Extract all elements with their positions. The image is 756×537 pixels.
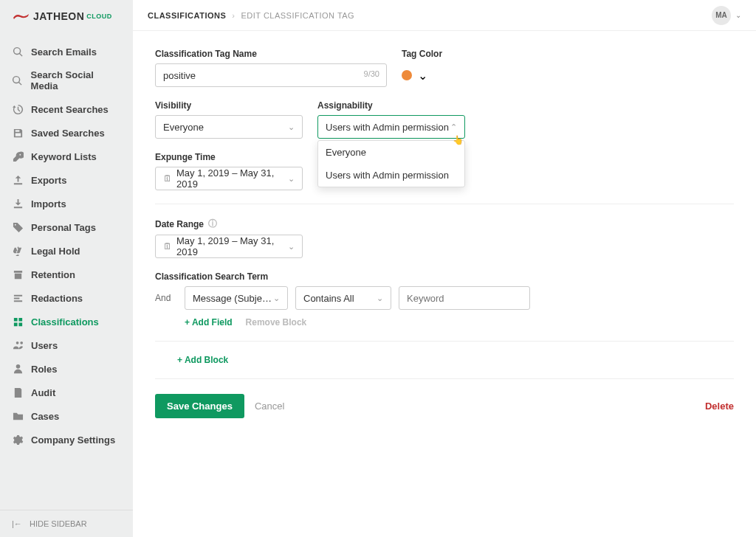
sidebar-item-imports[interactable]: Imports xyxy=(0,192,133,215)
breadcrumb-leaf: EDIT CLASSIFICATION TAG xyxy=(241,11,354,20)
sidebar-item-roles[interactable]: Roles xyxy=(0,357,133,381)
sidebar-item-label: Roles xyxy=(31,364,57,375)
chevron-down-icon: ⌄ xyxy=(288,122,295,132)
divider xyxy=(155,341,734,342)
save-icon xyxy=(12,127,24,139)
nav: Search Emails Search Social Media Recent… xyxy=(0,30,133,510)
visibility-select[interactable]: Everyone ⌄ xyxy=(155,115,303,139)
expunge-label: Expunge Time xyxy=(155,152,303,162)
scale-icon xyxy=(12,245,24,257)
sidebar-item-search-social[interactable]: Search Social Media xyxy=(0,63,133,97)
sidebar-item-label: Classifications xyxy=(31,316,99,328)
sidebar-item-label: Search Emails xyxy=(31,46,97,58)
chevron-down-icon: ⌄ xyxy=(288,174,295,184)
tag-icon xyxy=(12,221,24,233)
chevron-down-icon: ⌄ xyxy=(377,294,383,303)
sidebar-item-redactions[interactable]: Redactions xyxy=(0,286,133,310)
form-actions: Save Changes Cancel Delete xyxy=(155,394,734,418)
condition-select[interactable]: Contains All ⌄ xyxy=(295,286,391,310)
add-field-button[interactable]: + Add Field xyxy=(185,317,233,328)
sidebar-item-keywords[interactable]: Keyword Lists xyxy=(0,145,133,168)
brand-name: JATHEON xyxy=(33,10,84,22)
sidebar-item-label: Users xyxy=(31,340,58,351)
assignability-label: Assignability xyxy=(317,100,465,111)
dropdown-option-admin[interactable]: Users with Admin permission xyxy=(318,164,464,187)
chevron-down-icon: ⌄ xyxy=(735,11,741,19)
redaction-icon xyxy=(12,292,24,304)
keyword-input[interactable] xyxy=(399,286,530,310)
key-icon xyxy=(12,150,24,162)
sidebar-item-label: Saved Searches xyxy=(31,128,105,139)
field-value: Message (Subject, Bod... xyxy=(193,293,273,304)
assignability-dropdown: Everyone Users with Admin permission xyxy=(317,140,465,187)
visibility-value: Everyone xyxy=(163,122,204,133)
sidebar-item-retention[interactable]: Retention xyxy=(0,263,133,286)
sidebar-item-search-emails[interactable]: Search Emails xyxy=(0,40,133,63)
tag-name-input[interactable] xyxy=(155,63,387,87)
sidebar-item-tags[interactable]: Personal Tags xyxy=(0,215,133,239)
breadcrumb: CLASSIFICATIONS › EDIT CLASSIFICATION TA… xyxy=(148,11,354,20)
calendar-icon: 🗓 xyxy=(163,173,172,184)
dropdown-option-everyone[interactable]: Everyone xyxy=(318,141,464,164)
tag-name-label: Classification Tag Name xyxy=(155,49,387,59)
chevron-up-icon: ⌃ xyxy=(450,122,457,132)
sidebar-item-saved[interactable]: Saved Searches xyxy=(0,121,133,145)
folder-icon xyxy=(12,410,24,422)
assignability-select[interactable]: Users with Admin permission ⌃ xyxy=(317,115,465,139)
sidebar-item-legal[interactable]: Legal Hold xyxy=(0,239,133,263)
sidebar-item-audit[interactable]: Audit xyxy=(0,381,133,404)
daterange-select[interactable]: 🗓May 1, 2019 – May 31, 2019 ⌄ xyxy=(155,235,303,258)
remove-block-button: Remove Block xyxy=(246,317,307,328)
visibility-label: Visibility xyxy=(155,100,303,111)
audit-icon xyxy=(12,387,24,398)
sidebar-item-classifications[interactable]: Classifications xyxy=(0,310,133,333)
searchterm-label: Classification Search Term xyxy=(155,271,734,282)
brand-suffix: CLOUD xyxy=(86,13,112,20)
import-icon xyxy=(12,198,24,209)
sidebar-item-settings[interactable]: Company Settings xyxy=(0,428,133,451)
sidebar-item-label: Audit xyxy=(31,387,55,398)
sidebar-item-recent[interactable]: Recent Searches xyxy=(0,97,133,121)
collapse-icon: |← xyxy=(12,519,22,528)
condition-value: Contains All xyxy=(303,293,354,304)
color-swatch xyxy=(402,70,412,80)
logo: JATHEON CLOUD xyxy=(0,0,133,30)
sidebar-item-label: Cases xyxy=(31,411,59,422)
divider xyxy=(155,204,734,204)
gear-icon xyxy=(12,434,24,446)
export-icon xyxy=(12,174,24,186)
daterange-value: May 1, 2019 – May 31, 2019 xyxy=(176,235,288,257)
sidebar-item-exports[interactable]: Exports xyxy=(0,168,133,192)
chevron-down-icon: ⌄ xyxy=(418,69,427,83)
tag-color-select[interactable]: ⌄ xyxy=(402,63,442,87)
search-icon xyxy=(12,75,24,86)
delete-button[interactable]: Delete xyxy=(705,401,734,412)
sidebar-item-label: Company Settings xyxy=(31,434,115,446)
user-menu[interactable]: MA ⌄ xyxy=(712,6,741,25)
operator-label: And xyxy=(155,293,177,303)
sidebar-item-label: Legal Hold xyxy=(31,246,80,257)
search-icon xyxy=(12,46,24,58)
main: CLASSIFICATIONS › EDIT CLASSIFICATION TA… xyxy=(133,0,756,537)
history-icon xyxy=(12,103,24,115)
add-block-button[interactable]: + Add Block xyxy=(177,355,228,365)
hide-sidebar-button[interactable]: |← HIDE SIDEBAR xyxy=(0,510,133,537)
chevron-down-icon: ⌄ xyxy=(288,242,295,252)
roles-icon xyxy=(12,363,24,375)
info-icon[interactable]: ⓘ xyxy=(208,218,217,230)
classification-icon xyxy=(12,316,24,328)
breadcrumb-root[interactable]: CLASSIFICATIONS xyxy=(148,11,226,20)
avatar: MA xyxy=(712,6,731,25)
sidebar-item-cases[interactable]: Cases xyxy=(0,404,133,428)
topbar: CLASSIFICATIONS › EDIT CLASSIFICATION TA… xyxy=(133,0,756,31)
field-select[interactable]: Message (Subject, Bod... ⌄ xyxy=(185,286,288,310)
save-button[interactable]: Save Changes xyxy=(155,394,244,418)
retention-icon xyxy=(12,268,24,280)
chevron-right-icon: › xyxy=(232,11,235,20)
sidebar-item-label: Retention xyxy=(31,269,75,280)
cancel-button[interactable]: Cancel xyxy=(255,401,284,412)
calendar-icon: 🗓 xyxy=(163,241,172,252)
assignability-value: Users with Admin permission xyxy=(326,122,449,133)
expunge-select[interactable]: 🗓May 1, 2019 – May 31, 2019 ⌄ xyxy=(155,167,303,190)
sidebar-item-users[interactable]: Users xyxy=(0,333,133,357)
